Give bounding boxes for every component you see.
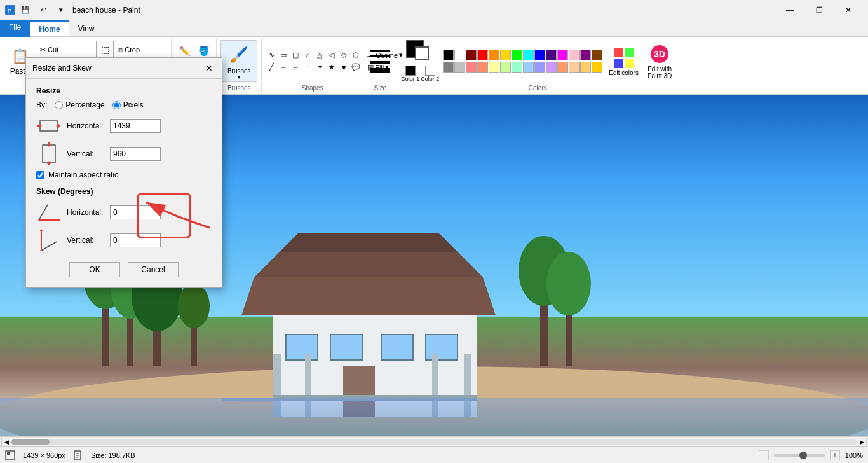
- color2-label-group[interactable]: Color 2: [421, 66, 439, 82]
- swatch-brown[interactable]: [592, 50, 602, 60]
- dialog-title: Resize and Skew: [32, 64, 92, 73]
- ok-button[interactable]: OK: [69, 262, 120, 277]
- horizontal-scrollbar[interactable]: ◀ ▶: [0, 436, 868, 446]
- crop-icon: ⧈: [118, 46, 123, 54]
- swatch-tan[interactable]: [580, 62, 591, 73]
- swatch-orange-light[interactable]: [477, 62, 488, 73]
- shape-star5[interactable]: ★: [326, 62, 337, 73]
- swatch-pink[interactable]: [569, 50, 580, 60]
- cut-button[interactable]: ✂ Cut: [37, 45, 88, 55]
- svg-marker-22: [241, 277, 496, 315]
- color2-swatch[interactable]: [415, 46, 429, 60]
- shape-star4[interactable]: ✦: [314, 62, 325, 73]
- swatch-mint[interactable]: [512, 62, 522, 73]
- maximize-button[interactable]: ❐: [804, 0, 834, 20]
- edit-colors-button[interactable]: Edit colors: [606, 44, 641, 79]
- brushes-button[interactable]: 🖌️ Brushes ▾: [220, 40, 257, 82]
- shape-diamond[interactable]: ◇: [338, 50, 349, 61]
- swatch-green-light[interactable]: [512, 50, 522, 60]
- skew-horizontal-input[interactable]: [110, 205, 161, 219]
- swatch-peach[interactable]: [569, 62, 580, 73]
- swatch-red-dark[interactable]: [466, 50, 477, 60]
- swatch-purple[interactable]: [580, 50, 591, 60]
- dialog-close-button[interactable]: ✕: [203, 62, 215, 74]
- crop-button[interactable]: ⧈ Crop: [115, 41, 143, 59]
- swatch-lime[interactable]: [500, 62, 511, 73]
- svg-rect-25: [286, 335, 318, 360]
- minimize-button[interactable]: —: [775, 0, 804, 20]
- percentage-radio-label[interactable]: Percentage: [55, 100, 104, 109]
- swatch-red-light[interactable]: [466, 62, 477, 73]
- shape-arrow-u[interactable]: ↑: [302, 62, 313, 73]
- svg-rect-3: [625, 48, 634, 57]
- quick-save-button[interactable]: 💾: [18, 3, 33, 18]
- tab-home[interactable]: Home: [30, 20, 69, 36]
- svg-marker-54: [58, 218, 60, 222]
- shape-curve[interactable]: ∿: [266, 50, 277, 61]
- color2-box[interactable]: [425, 66, 435, 76]
- horizontal-input[interactable]: [110, 119, 161, 133]
- swatch-violet[interactable]: [546, 62, 557, 73]
- scroll-left-button[interactable]: ◀: [1, 438, 11, 446]
- brushes-icon: 🖌️: [226, 42, 252, 67]
- zoom-thumb[interactable]: [799, 452, 807, 459]
- scroll-right-button[interactable]: ▶: [857, 438, 867, 446]
- shape-rtriangle[interactable]: ◁: [326, 50, 337, 61]
- zoom-out-button[interactable]: −: [759, 450, 769, 460]
- zoom-in-button[interactable]: +: [830, 450, 840, 460]
- file-tab[interactable]: File: [0, 20, 30, 37]
- color1-label-group[interactable]: Color 1: [401, 66, 419, 82]
- shape-triangle[interactable]: △: [314, 50, 325, 61]
- zoom-slider[interactable]: [774, 454, 825, 457]
- shape-arrow-r[interactable]: →: [278, 62, 289, 73]
- quick-undo-button[interactable]: ↩: [36, 3, 51, 18]
- swatch-orange-dark[interactable]: [489, 50, 499, 60]
- pixels-radio[interactable]: [112, 101, 121, 109]
- swatch-teal[interactable]: [523, 50, 534, 60]
- swatch-blue-light[interactable]: [534, 62, 545, 73]
- swatch-blue[interactable]: [534, 50, 545, 60]
- swatch-sky[interactable]: [523, 62, 534, 73]
- pixels-radio-label[interactable]: Pixels: [112, 100, 144, 109]
- percentage-radio[interactable]: [55, 101, 63, 109]
- shape-line[interactable]: ╱: [266, 62, 277, 73]
- swatch-gray-dark[interactable]: [443, 62, 454, 73]
- maintain-aspect-checkbox[interactable]: [36, 171, 44, 179]
- shape-speech[interactable]: 💬: [350, 62, 362, 73]
- swatch-yellow-light[interactable]: [489, 62, 499, 73]
- zoom-level: 100%: [845, 452, 863, 459]
- color1-box[interactable]: [405, 66, 416, 76]
- swatch-black[interactable]: [443, 50, 454, 60]
- shape-heart[interactable]: ♥: [338, 62, 349, 73]
- tab-view[interactable]: View: [69, 20, 104, 36]
- skew-vertical-input[interactable]: [110, 233, 161, 247]
- resize-skew-dialog: Resize and Skew ✕ Resize By: Percentage …: [25, 57, 222, 288]
- quick-redo-button[interactable]: ▾: [53, 3, 69, 18]
- vertical-input[interactable]: [110, 147, 161, 161]
- vertical-label: Vertical:: [67, 149, 105, 158]
- edit-with-paint3d-button[interactable]: 3D Edit with Paint 3D: [645, 40, 674, 82]
- cancel-button[interactable]: Cancel: [128, 262, 179, 277]
- swatch-orange-warm[interactable]: [557, 62, 568, 73]
- shapes-label: Shapes: [302, 85, 323, 92]
- swatch-beige[interactable]: [592, 62, 602, 73]
- swatch-indigo[interactable]: [546, 50, 557, 60]
- colors-label: Colors: [529, 85, 547, 92]
- shape-rect[interactable]: ▭: [278, 50, 289, 61]
- swatch-yellow-dark[interactable]: [500, 50, 511, 60]
- color-palette: [443, 50, 602, 73]
- shape-pentagon[interactable]: ⬠: [350, 50, 362, 61]
- skew-horizontal-label: Horizontal:: [67, 208, 105, 217]
- shape-rrect[interactable]: ▢: [290, 50, 301, 61]
- scroll-thumb[interactable]: [11, 439, 50, 445]
- swatch-red[interactable]: [477, 50, 488, 60]
- scroll-track[interactable]: [11, 439, 857, 445]
- size-selector[interactable]: [367, 46, 393, 76]
- swatch-magenta[interactable]: [557, 50, 568, 60]
- shape-arrow-l[interactable]: ←: [290, 62, 301, 73]
- shape-ellipse[interactable]: ○: [302, 50, 313, 61]
- swatch-gray-light[interactable]: [454, 62, 465, 73]
- swatch-white[interactable]: [454, 50, 465, 60]
- close-button[interactable]: ✕: [834, 0, 863, 20]
- select-button[interactable]: ⬚: [96, 41, 114, 59]
